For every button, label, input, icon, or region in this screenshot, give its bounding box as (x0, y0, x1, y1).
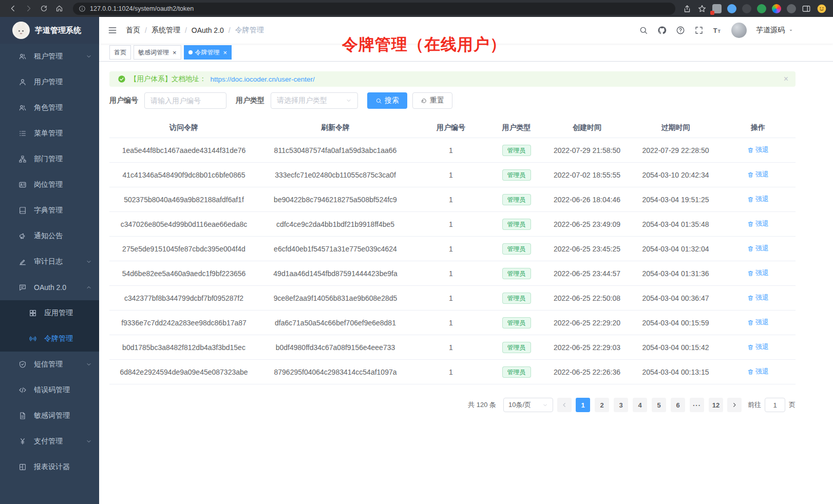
page-size-select[interactable]: 10条/页 (503, 398, 553, 412)
extension-dark-icon[interactable] (742, 4, 751, 13)
search-button[interactable]: 搜索 (367, 92, 407, 109)
font-size-icon[interactable]: TT (713, 26, 722, 35)
trash-icon (747, 221, 754, 227)
created-time-cell: 2022-06-25 23:44:57 (543, 261, 631, 286)
user-id-input[interactable] (144, 92, 226, 109)
access-token-cell: 54d6be82ee5a460a9aedc1f9bf223656 (109, 261, 258, 286)
sidebar-item-oauth2-app[interactable]: 应用管理 (0, 300, 99, 326)
sidebar-item-notice[interactable]: 通知公告 (0, 223, 99, 249)
next-page-button[interactable] (727, 398, 742, 412)
breadcrumb-separator: / (185, 26, 187, 34)
app-logo[interactable]: 芋道管理系统 (0, 17, 99, 44)
breadcrumb-item[interactable]: OAuth 2.0 (192, 26, 224, 34)
user-type-placeholder: 请选择用户类型 (277, 96, 327, 105)
extension-blue-icon[interactable] (727, 4, 736, 13)
table-row: c342377bf8b344799dcbf7bf095287f29ce8ef2a… (109, 286, 796, 311)
sidebar-item-sensitive-word[interactable]: 敏感词管理 (0, 403, 99, 429)
sidebar-item-audit-log[interactable]: 审计日志 (0, 249, 99, 275)
sidebar-item-user[interactable]: 用户管理 (0, 69, 99, 95)
tree-icon (18, 155, 27, 163)
tab-close-icon[interactable]: × (223, 49, 228, 56)
page-button-12[interactable]: 12 (709, 398, 723, 412)
force-logout-button[interactable]: 强退 (747, 195, 769, 204)
page-button-4[interactable]: 4 (633, 398, 647, 412)
force-logout-button[interactable]: 强退 (747, 342, 769, 352)
sidebar-item-post[interactable]: 岗位管理 (0, 172, 99, 198)
sidebar-item-sms[interactable]: 短信管理 (0, 352, 99, 377)
refresh-token-cell: 811c530487574fa0af1a59d3abc1aa66 (258, 138, 412, 163)
force-logout-button[interactable]: 强退 (747, 244, 769, 253)
page-button-1[interactable]: 1 (576, 398, 590, 412)
tab-close-icon[interactable]: × (173, 49, 177, 56)
force-logout-button[interactable]: 强退 (747, 170, 769, 179)
page-button-5[interactable]: 5 (652, 398, 666, 412)
user-id-cell: 1 (412, 286, 489, 311)
tab-token[interactable]: 令牌管理× (184, 45, 232, 60)
sidebar-item-dict[interactable]: 字典管理 (0, 198, 99, 223)
force-logout-button[interactable]: 强退 (747, 318, 769, 327)
sidebar-item-report-designer[interactable]: 报表设计器 (0, 454, 99, 480)
sidebar-item-label: 支付管理 (34, 437, 63, 446)
trash-icon (747, 147, 754, 153)
more-pages-button[interactable]: ··· (690, 398, 704, 412)
force-logout-button[interactable]: 强退 (747, 367, 769, 376)
page-button-6[interactable]: 6 (671, 398, 685, 412)
page-button-2[interactable]: 2 (595, 398, 609, 412)
expire-time-cell: 2054-03-04 00:15:42 (631, 335, 721, 360)
column-header: 刷新令牌 (258, 118, 412, 138)
tab-sensitive-word[interactable]: 敏感词管理× (134, 45, 181, 60)
page-button-3[interactable]: 3 (614, 398, 628, 412)
sidebar-item-error-code[interactable]: 错误码管理 (0, 377, 99, 403)
fullscreen-icon[interactable] (694, 26, 704, 35)
browser-back-button[interactable] (6, 2, 20, 15)
force-logout-button[interactable]: 强退 (747, 145, 769, 154)
browser-forward-button[interactable] (22, 2, 35, 15)
extension-gray-icon[interactable] (787, 4, 796, 13)
share-icon[interactable] (683, 4, 692, 13)
tab-home[interactable]: 首页 (109, 45, 131, 60)
help-icon[interactable] (676, 26, 685, 35)
goto-suffix: 页 (789, 400, 796, 410)
force-logout-button[interactable]: 强退 (747, 293, 769, 302)
side-panel-icon[interactable] (802, 4, 811, 13)
browser-profile-avatar[interactable] (817, 4, 827, 14)
search-icon[interactable] (639, 26, 648, 35)
browser-home-button[interactable] (52, 2, 66, 15)
sidebar-item-tenant[interactable]: 租户管理 (0, 44, 99, 69)
breadcrumb-item[interactable]: 系统管理 (152, 26, 180, 35)
breadcrumb-item[interactable]: 首页 (126, 26, 140, 35)
browser-refresh-button[interactable] (37, 2, 50, 15)
user-type-select[interactable]: 请选择用户类型 (271, 92, 358, 109)
screen: 127.0.0.1:1024/system/oauth2/token 芋道管理系… (0, 0, 833, 504)
user-type-badge: 管理员 (502, 366, 531, 378)
sidebar-item-oauth2[interactable]: OAuth 2.0 (0, 275, 99, 300)
site-info-icon[interactable] (79, 5, 86, 12)
prev-page-button[interactable] (557, 398, 572, 412)
extension-badged-icon[interactable] (712, 4, 722, 13)
force-logout-button[interactable]: 强退 (747, 219, 769, 228)
sidebar-item-menu[interactable]: 菜单管理 (0, 121, 99, 146)
extension-green-icon[interactable] (757, 4, 766, 13)
sidebar-item-role[interactable]: 角色管理 (0, 95, 99, 121)
reset-button[interactable]: 重置 (412, 92, 452, 109)
bookmark-star-icon[interactable] (697, 4, 707, 13)
sidebar-item-pay[interactable]: 支付管理 (0, 429, 99, 454)
extension-multicolor-icon[interactable] (772, 4, 781, 13)
user-avatar[interactable] (731, 23, 747, 38)
force-logout-button[interactable]: 强退 (747, 268, 769, 278)
person-icon (18, 78, 27, 86)
user-type-badge: 管理员 (502, 194, 531, 205)
doc-link[interactable]: https://doc.iocoder.cn/user-center/ (211, 75, 315, 83)
expire-time-cell: 2054-03-04 00:13:15 (631, 360, 721, 384)
url-text: 127.0.0.1:1024/system/oauth2/token (90, 5, 194, 12)
collapse-sidebar-icon[interactable] (107, 25, 118, 35)
table-row: 275e5de9151045fe87cbdc395e004f4de6cfd40e… (109, 237, 796, 261)
address-bar[interactable]: 127.0.0.1:1024/system/oauth2/token (73, 3, 675, 15)
sidebar-item-oauth2-token[interactable]: 令牌管理 (0, 326, 99, 352)
github-icon[interactable] (657, 26, 667, 35)
expire-time-cell: 2054-03-04 00:36:47 (631, 286, 721, 311)
user-menu[interactable]: 芋道源码 (756, 26, 794, 35)
alert-close-icon[interactable]: × (784, 75, 788, 83)
sidebar-item-dept[interactable]: 部门管理 (0, 146, 99, 172)
goto-page-input[interactable] (765, 398, 785, 412)
